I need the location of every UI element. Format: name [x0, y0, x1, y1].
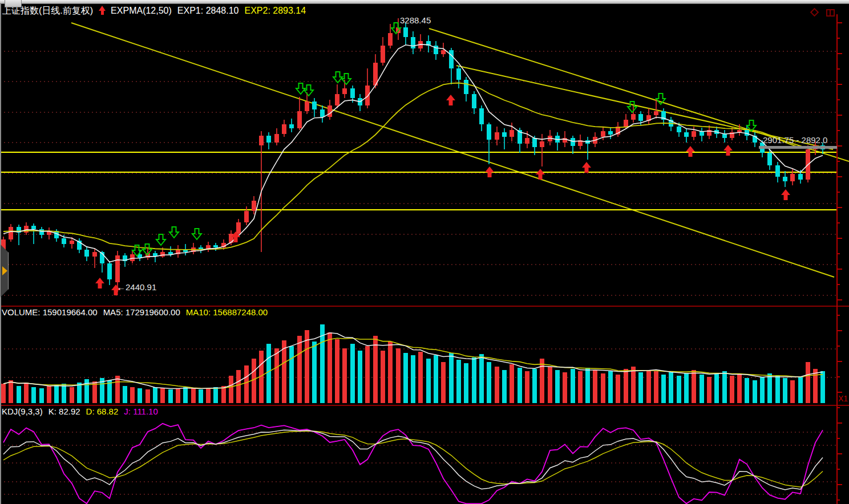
volume-ma5-value: MA5: 172919600.00 — [103, 307, 180, 317]
kdj-k-value: K: 82.92 — [48, 407, 80, 416]
chart-window: 上证指数(日线.前复权)EXPMA(12,50)EXP1: 2848.10EXP… — [0, 0, 849, 504]
peak-price-annotation: 3288.45 — [400, 15, 431, 25]
volume-value: VOLUME: 159019664.00 — [2, 307, 98, 317]
kdj-d-value: D: 68.82 — [86, 407, 119, 416]
kdj-j-value: J: 111.10 — [124, 407, 158, 416]
expand-arrow-icon — [2, 266, 7, 275]
indicator-name[interactable]: EXPMA(12,50) — [111, 6, 172, 15]
volume-pane-header: VOLUME: 159019664.00MA5: 172919600.00MA1… — [2, 307, 273, 317]
exp1-value: EXP1: 2848.10 — [177, 6, 239, 15]
gap-range-annotation: 2901.75 - 2892.0 — [763, 135, 827, 145]
exp2-value: EXP2: 2893.14 — [244, 6, 306, 15]
kdj-indicator-name[interactable]: KDJ(9,3,3) — [2, 407, 43, 416]
chart-canvas[interactable] — [0, 0, 849, 504]
window-split-icon[interactable] — [826, 9, 835, 17]
volume-ma10-value: MA10: 156887248.00 — [186, 307, 268, 317]
gap-zone-bar — [759, 146, 837, 149]
low-price-annotation: ←2440.91 — [117, 282, 156, 292]
side-panel-handle[interactable] — [0, 244, 9, 298]
price-pane-header: 上证指数(日线.前复权)EXPMA(12,50)EXP1: 2848.10EXP… — [2, 5, 312, 17]
window-top-strip — [0, 0, 849, 4]
window-tab-stub[interactable] — [5, 0, 22, 7]
kdj-pane-header: KDJ(9,3,3)K: 82.92D: 68.82J: 111.10 — [2, 407, 164, 416]
volume-scale-label: X1 — [838, 394, 848, 403]
up-arrow-icon — [99, 6, 106, 15]
